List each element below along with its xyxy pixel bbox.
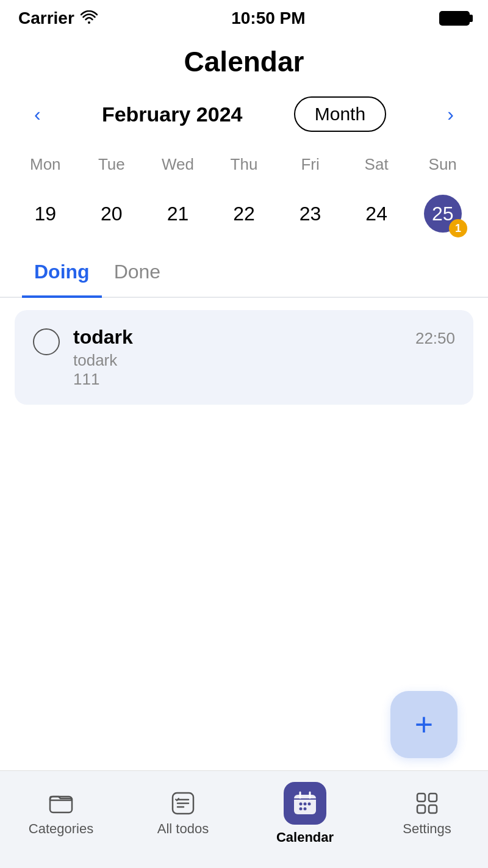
calendar-icon <box>292 790 318 816</box>
day-23[interactable]: 23 <box>277 189 343 239</box>
page-title: Calendar <box>0 45 488 78</box>
nav-todos-icon-wrap <box>170 790 196 816</box>
month-year-label: February 2024 <box>102 103 243 126</box>
nav-all-todos[interactable]: All todos <box>122 790 244 837</box>
day-header-fri: Fri <box>277 150 343 179</box>
calendar-header: ‹ February 2024 Month › <box>0 96 488 132</box>
wifi-icon <box>81 9 98 28</box>
nav-categories[interactable]: Categories <box>0 790 122 837</box>
nav-settings[interactable]: Settings <box>366 790 488 837</box>
svg-point-6 <box>308 802 311 805</box>
status-left: Carrier <box>18 9 98 28</box>
day-19[interactable]: 19 <box>12 189 79 239</box>
month-view-button[interactable]: Month <box>294 96 386 132</box>
svg-rect-11 <box>417 794 425 801</box>
bottom-nav: Categories All todos <box>0 770 488 868</box>
next-month-button[interactable]: › <box>437 98 464 131</box>
status-bar: Carrier 10:50 PM <box>0 0 488 33</box>
svg-point-5 <box>304 802 307 805</box>
tab-doing[interactable]: Doing <box>22 251 102 298</box>
svg-rect-13 <box>417 805 425 813</box>
nav-settings-label: Settings <box>403 821 451 837</box>
nav-categories-label: Categories <box>29 821 93 837</box>
grid-icon <box>414 790 440 816</box>
carrier-label: Carrier <box>18 9 74 28</box>
task-title: todark <box>73 326 133 349</box>
battery-icon <box>439 11 470 26</box>
add-task-button[interactable]: + <box>390 691 458 758</box>
svg-rect-14 <box>429 805 437 813</box>
day-header-sun: Sun <box>409 150 476 179</box>
task-list: todark 22:50 todark 111 <box>0 310 488 405</box>
day-header-thu: Thu <box>211 150 278 179</box>
day-24[interactable]: 24 <box>343 189 410 239</box>
svg-point-7 <box>300 807 303 810</box>
nav-settings-icon-wrap <box>414 790 440 816</box>
day-header-mon: Mon <box>12 150 79 179</box>
day-row: 19 20 21 22 23 24 25 1 <box>12 189 476 239</box>
prev-month-button[interactable]: ‹ <box>24 98 51 131</box>
day-20[interactable]: 20 <box>79 189 145 239</box>
svg-point-8 <box>304 807 307 810</box>
nav-todos-label: All todos <box>157 821 209 837</box>
svg-point-0 <box>88 21 90 24</box>
nav-calendar-label: Calendar <box>276 830 334 845</box>
day-headers: Mon Tue Wed Thu Fri Sat Sun <box>12 150 476 179</box>
time-label: 10:50 PM <box>231 9 305 28</box>
day-25[interactable]: 25 1 <box>409 189 476 239</box>
task-row-main: todark 22:50 <box>73 326 455 351</box>
nav-calendar-icon-wrap <box>284 782 326 825</box>
day-header-tue: Tue <box>79 150 145 179</box>
nav-calendar[interactable]: Calendar <box>244 782 366 845</box>
task-subtitle: todark <box>73 351 455 370</box>
folder-icon <box>48 790 74 816</box>
task-item: todark 22:50 todark 111 <box>15 310 473 405</box>
task-checkbox[interactable] <box>33 328 60 355</box>
calendar-grid: Mon Tue Wed Thu Fri Sat Sun 19 20 21 22 … <box>0 150 488 239</box>
tab-done[interactable]: Done <box>102 251 173 298</box>
day-badge: 1 <box>449 219 467 237</box>
nav-categories-icon-wrap <box>48 790 74 816</box>
tabs: Doing Done <box>0 251 488 298</box>
day-header-wed: Wed <box>145 150 211 179</box>
day-21[interactable]: 21 <box>145 189 211 239</box>
task-content: todark 22:50 todark 111 <box>73 326 455 389</box>
checklist-icon <box>170 790 196 816</box>
svg-rect-12 <box>429 794 437 801</box>
task-time: 22:50 <box>415 329 455 348</box>
svg-point-4 <box>300 802 303 805</box>
day-22[interactable]: 22 <box>211 189 278 239</box>
task-note: 111 <box>73 370 455 389</box>
day-header-sat: Sat <box>343 150 410 179</box>
